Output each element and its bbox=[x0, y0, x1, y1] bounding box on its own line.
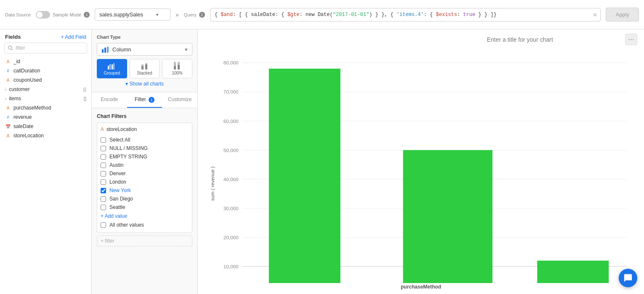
svg-rect-8 bbox=[113, 63, 114, 69]
sample-mode-badge: 1 bbox=[84, 12, 90, 18]
filter-field-box: A storeLocation Select All NULL / MISSIN… bbox=[97, 123, 192, 233]
svg-point-0 bbox=[8, 46, 12, 49]
select-all-checkbox[interactable] bbox=[101, 137, 106, 143]
chart-type-section: Chart Type Column ▾ bbox=[92, 29, 197, 92]
austin-checkbox[interactable] bbox=[101, 163, 106, 168]
filter-option-austin[interactable]: Austin bbox=[101, 161, 189, 169]
field-item-callDuration[interactable]: # callDuration bbox=[0, 66, 91, 75]
svg-rect-5 bbox=[108, 66, 109, 69]
field-name: purchaseMethod bbox=[13, 105, 51, 111]
field-item-saleDate[interactable]: 📅 saleDate bbox=[0, 122, 91, 131]
field-item-customer[interactable]: › customer {} bbox=[0, 85, 91, 94]
field-name: couponUsed bbox=[13, 77, 42, 83]
chart-type-select[interactable]: Column ▾ bbox=[97, 43, 192, 56]
london-checkbox[interactable] bbox=[101, 179, 106, 185]
datasource-value: sales.supplySales bbox=[99, 11, 143, 18]
seattle-label: Seattle bbox=[109, 204, 125, 210]
chat-button[interactable] bbox=[619, 269, 637, 287]
filter-option-null-missing[interactable]: NULL / MISSING bbox=[101, 144, 189, 152]
tab-customize-label: Customize bbox=[168, 96, 192, 102]
query-box[interactable]: { $and: [ { saleDate: { $gte: new Date("… bbox=[210, 8, 601, 21]
field-type-icon: 📅 bbox=[5, 124, 11, 129]
new-york-checkbox[interactable] bbox=[101, 188, 106, 193]
filter-option-empty-string[interactable]: EMPTY STRING bbox=[101, 152, 189, 161]
field-type-icon: A bbox=[5, 134, 11, 138]
chart-header: ··· bbox=[198, 34, 644, 48]
show-all-charts-link[interactable]: ▾ Show all charts bbox=[97, 81, 192, 87]
field-type-icon: A bbox=[5, 106, 11, 110]
field-name: revenue bbox=[13, 114, 32, 120]
stacked-chart-btn[interactable]: Stacked bbox=[130, 59, 160, 78]
main-layout: Fields + Add Field filter A _id # callDu… bbox=[0, 29, 644, 294]
svg-rect-11 bbox=[145, 64, 147, 69]
svg-text:80,000: 80,000 bbox=[224, 60, 239, 65]
filter-badge: 1 bbox=[149, 97, 154, 103]
left-panel: Fields + Add Field filter A _id # callDu… bbox=[0, 29, 92, 294]
filter-option-san-diego[interactable]: San Diego bbox=[101, 195, 189, 203]
query-text: { $and: [ { saleDate: { $gte: new Date("… bbox=[215, 12, 497, 18]
san-diego-checkbox[interactable] bbox=[101, 196, 106, 202]
chart-area: ··· 80,000 70,000 bbox=[198, 29, 644, 294]
percent-icon bbox=[173, 62, 182, 69]
tab-filter[interactable]: Filter 1 bbox=[127, 92, 162, 108]
svg-rect-2 bbox=[102, 49, 104, 53]
add-value-button[interactable]: + Add value bbox=[101, 211, 189, 221]
bar-phone[interactable] bbox=[537, 261, 609, 283]
field-name: items bbox=[9, 96, 21, 102]
svg-text:60,000: 60,000 bbox=[224, 118, 239, 124]
arrow-right-icon: » bbox=[176, 11, 179, 18]
field-item-purchaseMethod[interactable]: A purchaseMethod bbox=[0, 103, 91, 112]
field-item-revenue[interactable]: # revenue bbox=[0, 112, 91, 122]
seattle-checkbox[interactable] bbox=[101, 205, 106, 210]
filter-option-london[interactable]: London bbox=[101, 178, 189, 186]
tab-filter-label: Filter bbox=[135, 96, 146, 102]
filter-option-select-all[interactable]: Select All bbox=[101, 136, 189, 144]
filter-add-input[interactable]: + filter bbox=[97, 235, 192, 246]
filter-option-denver[interactable]: Denver bbox=[101, 169, 189, 178]
null-missing-label: NULL / MISSING bbox=[109, 145, 148, 151]
field-item-couponUsed[interactable]: A couponUsed bbox=[0, 75, 91, 85]
empty-string-label: EMPTY STRING bbox=[109, 154, 147, 160]
denver-checkbox[interactable] bbox=[101, 171, 106, 176]
bar-in-store[interactable] bbox=[269, 69, 341, 283]
field-bracket: {} bbox=[83, 87, 86, 92]
all-other-label: All other values bbox=[109, 222, 144, 228]
search-icon bbox=[8, 45, 13, 51]
percent-chart-btn[interactable]: 100% bbox=[162, 59, 192, 78]
denver-label: Denver bbox=[109, 171, 126, 176]
filter-option-seattle[interactable]: Seattle bbox=[101, 203, 189, 211]
chart-more-button[interactable]: ··· bbox=[625, 34, 637, 45]
field-name: saleDate bbox=[13, 123, 33, 129]
bar-online[interactable] bbox=[403, 150, 493, 283]
field-type-icon: A bbox=[5, 78, 11, 83]
svg-rect-9 bbox=[141, 66, 144, 69]
tab-customize[interactable]: Customize bbox=[162, 92, 197, 108]
svg-text:sum ( revenue ): sum ( revenue ) bbox=[210, 166, 215, 201]
field-item-id[interactable]: A _id bbox=[0, 57, 91, 66]
show-charts-label: Show all charts bbox=[129, 81, 163, 87]
apply-button[interactable]: Apply bbox=[606, 8, 639, 21]
add-field-button[interactable]: + Add Field bbox=[61, 34, 86, 40]
all-other-checkbox[interactable] bbox=[101, 222, 106, 228]
filter-option-all-other[interactable]: All other values bbox=[101, 221, 189, 229]
field-item-storeLocation[interactable]: A storeLocation bbox=[0, 131, 91, 140]
datasource-select[interactable]: sales.supplySales ▾ bbox=[95, 8, 170, 21]
fields-filter-input[interactable]: filter bbox=[4, 43, 87, 53]
chart-type-value: Column bbox=[112, 46, 131, 53]
tab-encode[interactable]: Encode bbox=[92, 92, 127, 108]
grouped-icon bbox=[107, 62, 117, 69]
sample-mode-toggle[interactable] bbox=[36, 11, 50, 19]
svg-rect-7 bbox=[112, 64, 113, 69]
query-clear-icon[interactable]: ✕ bbox=[593, 11, 597, 19]
chart-title-input[interactable] bbox=[415, 36, 625, 43]
empty-string-checkbox[interactable] bbox=[101, 154, 106, 160]
filter-option-new-york[interactable]: New York bbox=[101, 186, 189, 195]
field-item-items[interactable]: › items [] bbox=[0, 94, 91, 103]
grouped-chart-btn[interactable]: Grouped bbox=[97, 59, 127, 78]
sample-mode-section: Sample Mode 1 bbox=[36, 11, 90, 19]
percent-label: 100% bbox=[172, 71, 183, 75]
select-all-label: Select All bbox=[109, 137, 130, 143]
null-missing-checkbox[interactable] bbox=[101, 146, 106, 151]
fields-filter-placeholder: filter bbox=[16, 45, 25, 51]
filter-field-type-icon: A bbox=[101, 126, 104, 132]
